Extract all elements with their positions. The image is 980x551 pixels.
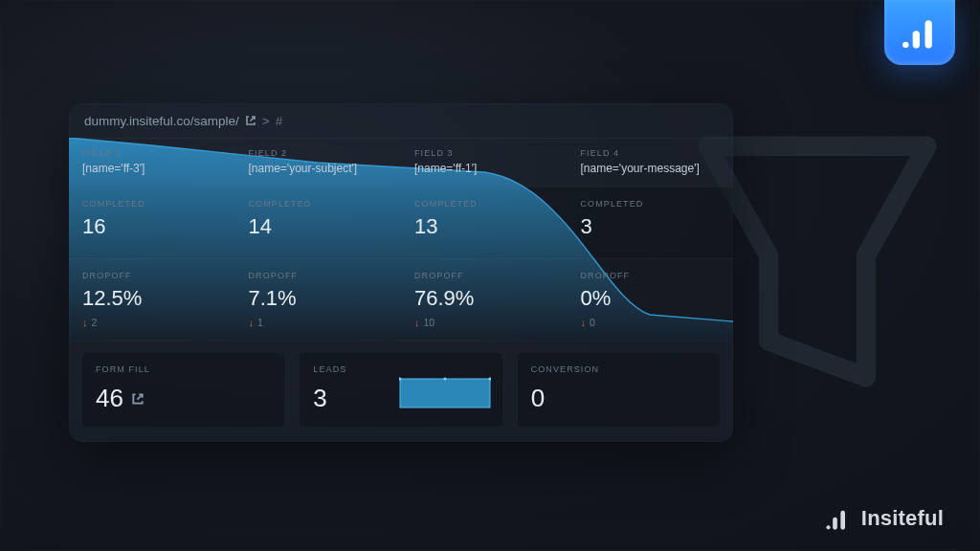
funnel-dashboard-card: dummy.insiteful.co/sample/ > # FIEL: [69, 103, 733, 442]
row-completed: COMPLETED 16 COMPLETED 14 COMPLETED 13 C…: [69, 187, 733, 258]
app-logo-chip: [884, 0, 955, 65]
leads-number: 3: [313, 384, 326, 413]
brand-footer: Insiteful: [825, 505, 944, 532]
dropoff-label: DROPOFF: [249, 271, 389, 280]
dropoff-col-4: DROPOFF 0% ↓ 0: [568, 259, 734, 340]
stat-label: CONVERSION: [531, 364, 706, 374]
field-header-label: FIELD 1: [82, 148, 222, 158]
dropoff-label: DROPOFF: [82, 271, 222, 280]
funnel-grid: FIELD 1 [name='ff-3'] FIELD 2 [name='you…: [69, 138, 733, 340]
stat-conversion[interactable]: CONVERSION 0: [518, 353, 720, 427]
field-header-label: FIELD 3: [414, 148, 554, 158]
field-name: [name='ff-1']: [414, 162, 554, 175]
field-header-label: FIELD 2: [249, 148, 389, 158]
svg-rect-3: [400, 379, 490, 408]
completed-label: COMPLETED: [581, 199, 721, 209]
stat-form-fill[interactable]: FORM FILL 46: [82, 353, 284, 427]
dropoff-label: DROPOFF: [414, 271, 554, 280]
breadcrumb-url[interactable]: dummy.insiteful.co/sample/: [84, 114, 239, 128]
summary-stats: FORM FILL 46 LEADS 3: [69, 340, 733, 442]
form-fill-number: 46: [96, 384, 123, 413]
arrow-down-icon: ↓: [82, 318, 88, 328]
dropoff-col-1: DROPOFF 12.5% ↓ 2: [69, 259, 235, 340]
field-name: [name='your-message']: [581, 162, 721, 175]
dropoff-col-2: DROPOFF 7.1% ↓ 1: [235, 259, 402, 340]
completed-col-1: COMPLETED 16: [69, 187, 235, 258]
stat-value: 46: [96, 384, 271, 413]
field-col-2: FIELD 2 [name='your-subject']: [235, 139, 402, 187]
external-link-icon[interactable]: [131, 392, 145, 406]
svg-rect-2: [925, 20, 932, 48]
breadcrumb[interactable]: dummy.insiteful.co/sample/ > #: [69, 103, 733, 138]
dropoff-pct: 0%: [581, 286, 721, 311]
row-dropoff: DROPOFF 12.5% ↓ 2 DROPOFF 7.1% ↓ 1 DROPO…: [69, 258, 733, 340]
completed-value: 14: [249, 214, 389, 239]
conversion-number: 0: [531, 384, 545, 413]
completed-value: 16: [82, 214, 222, 239]
field-col-3: FIELD 3 [name='ff-1']: [401, 139, 568, 187]
arrow-down-icon: ↓: [581, 318, 587, 328]
completed-col-4: COMPLETED 3: [568, 187, 734, 258]
stat-leads[interactable]: LEADS 3: [300, 353, 501, 427]
stat-label: LEADS: [313, 364, 488, 374]
dropoff-count: ↓ 10: [414, 317, 554, 328]
dropoff-count-value: 2: [92, 317, 98, 328]
dropoff-pct: 76.9%: [414, 286, 554, 311]
completed-label: COMPLETED: [249, 199, 389, 209]
field-name: [name='ff-3']: [82, 162, 222, 175]
arrow-down-icon: ↓: [249, 318, 255, 328]
completed-label: COMPLETED: [82, 199, 222, 209]
dropoff-count-value: 10: [424, 317, 435, 328]
completed-col-3: COMPLETED 13: [401, 187, 568, 258]
stat-label: FORM FILL: [96, 364, 271, 374]
completed-value: 3: [581, 214, 721, 239]
dropoff-pct: 7.1%: [249, 286, 389, 311]
external-link-icon[interactable]: [245, 115, 256, 126]
brand-mark-icon: [825, 505, 852, 532]
dropoff-count-value: 0: [590, 317, 595, 328]
stat-value: 0: [531, 384, 706, 413]
dropoff-count: ↓ 2: [82, 317, 222, 328]
svg-rect-9: [840, 511, 845, 530]
field-header-label: FIELD 4: [581, 148, 721, 158]
breadcrumb-hash: #: [276, 114, 283, 128]
breadcrumb-separator: >: [262, 114, 270, 128]
leads-sparkline: [399, 374, 491, 414]
svg-point-7: [826, 525, 830, 529]
field-col-4: FIELD 4 [name='your-message']: [568, 139, 734, 187]
dropoff-count: ↓ 1: [249, 317, 389, 328]
dropoff-count-value: 1: [257, 317, 263, 328]
field-name: [name='your-subject']: [249, 162, 389, 175]
svg-rect-8: [833, 518, 837, 530]
completed-label: COMPLETED: [414, 199, 554, 209]
completed-value: 13: [414, 214, 554, 239]
svg-point-5: [443, 377, 446, 380]
brand-name: Insiteful: [861, 506, 944, 531]
dropoff-pct: 12.5%: [82, 286, 222, 311]
dropoff-count: ↓ 0: [581, 317, 721, 328]
arrow-down-icon: ↓: [414, 318, 420, 328]
field-col-1: FIELD 1 [name='ff-3']: [69, 139, 235, 187]
dropoff-label: DROPOFF: [581, 271, 721, 280]
svg-point-0: [902, 42, 908, 48]
row-field-headers: FIELD 1 [name='ff-3'] FIELD 2 [name='you…: [69, 138, 733, 187]
completed-col-2: COMPLETED 14: [235, 187, 402, 258]
dropoff-col-3: DROPOFF 76.9% ↓ 10: [401, 259, 568, 340]
svg-rect-1: [913, 31, 920, 48]
